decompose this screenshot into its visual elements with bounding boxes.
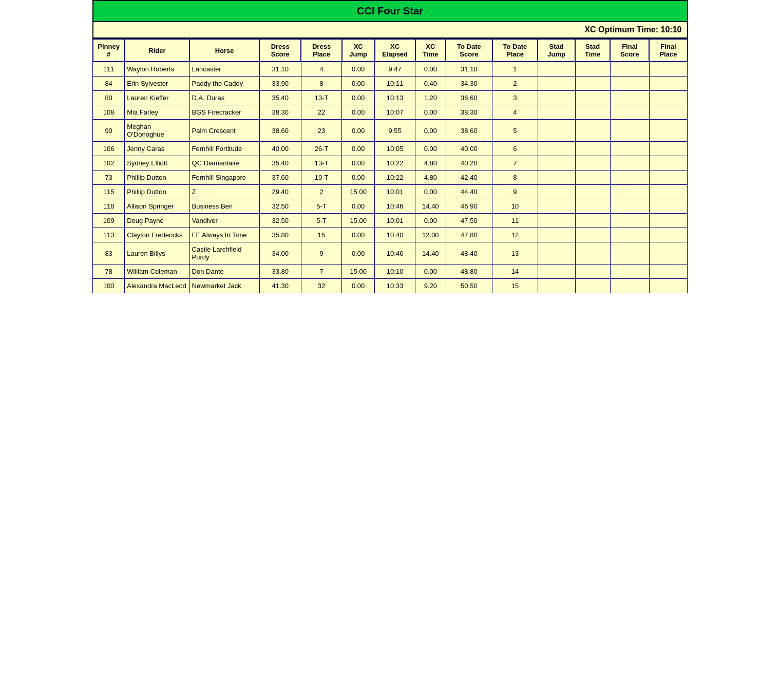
cell-rider: Phillip Dutton: [125, 171, 189, 185]
cell-stad-jump: [538, 156, 575, 171]
cell-dress-score: 32.50: [259, 199, 301, 214]
cell-horse: Vandiver: [189, 214, 259, 228]
cell-final-score: [610, 242, 649, 264]
cell-pinney: 118: [93, 199, 125, 214]
cell-xc-time: 0.00: [415, 185, 446, 199]
cell-final-score: [610, 228, 649, 242]
cell-to-date-place: 8: [492, 171, 538, 185]
table-row: 83Lauren BillysCastle Larchfield Purdy34…: [93, 242, 688, 264]
cell-stad-jump: [538, 171, 575, 185]
cell-xc-time: 14.40: [415, 199, 446, 214]
cell-xc-time: 0.00: [415, 142, 446, 156]
cell-to-date-score: 31.10: [446, 62, 492, 77]
cell-to-date-place: 12: [492, 228, 538, 242]
cell-rider: Mia Farley: [125, 105, 189, 120]
cell-xc-jump: 15.00: [342, 214, 375, 228]
cell-rider: Doug Payne: [125, 214, 189, 228]
cell-dress-score: 35.40: [259, 91, 301, 105]
table-body: 111Waylon RobertsLancaster31.1040.009:47…: [93, 62, 688, 293]
cell-xc-time: 14.40: [415, 242, 446, 264]
cell-stad-jump: [538, 199, 575, 214]
cell-to-date-place: 1: [492, 62, 538, 77]
cell-dress-score: 35.40: [259, 156, 301, 171]
cell-dress-place: 15: [301, 228, 341, 242]
col-final-score: Final Score: [610, 39, 649, 62]
cell-xc-jump: 0.00: [342, 228, 375, 242]
cell-horse: QC Diamantaire: [189, 156, 259, 171]
cell-dress-score: 38.30: [259, 105, 301, 120]
cell-to-date-place: 9: [492, 185, 538, 199]
cell-stad-jump: [538, 62, 575, 77]
table-row: 109Doug PayneVandiver32.505-T15.0010:010…: [93, 214, 688, 228]
cell-dress-place: 2: [301, 185, 341, 199]
cell-stad-jump: [538, 185, 575, 199]
cell-xc-elapsed: 10:05: [375, 142, 415, 156]
cell-dress-place: 19-T: [301, 171, 341, 185]
cell-final-score: [610, 279, 649, 293]
cell-dress-score: 38.60: [259, 120, 301, 142]
cell-final-place: [649, 171, 687, 185]
cell-horse: Fernhill Singapore: [189, 171, 259, 185]
cell-xc-jump: 15.00: [342, 264, 375, 279]
cell-dress-place: 8: [301, 77, 341, 91]
cell-xc-jump: 0.00: [342, 62, 375, 77]
cell-xc-jump: 0.00: [342, 105, 375, 120]
cell-xc-elapsed: 10:01: [375, 214, 415, 228]
cell-pinney: 115: [93, 185, 125, 199]
cell-rider: Jenny Caras: [125, 142, 189, 156]
table-row: 118Allison SpringerBusiness Ben32.505-T0…: [93, 199, 688, 214]
cell-to-date-score: 50.50: [446, 279, 492, 293]
col-xc-jump: XC Jump: [342, 39, 375, 62]
cell-dress-place: 5-T: [301, 214, 341, 228]
cell-pinney: 90: [93, 120, 125, 142]
table-row: 108Mia FarleyBGS Firecracker38.30220.001…: [93, 105, 688, 120]
xc-optimum-bar: XC Optimum Time: 10:10: [92, 22, 688, 39]
cell-final-score: [610, 185, 649, 199]
cell-xc-elapsed: 10:11: [375, 77, 415, 91]
cell-dress-place: 13-T: [301, 156, 341, 171]
cell-rider: Allison Springer: [125, 199, 189, 214]
cell-to-date-score: 34.30: [446, 77, 492, 91]
cell-stad-time: [575, 120, 610, 142]
cell-stad-jump: [538, 120, 575, 142]
cell-pinney: 111: [93, 62, 125, 77]
cell-dress-place: 32: [301, 279, 341, 293]
cell-xc-time: 4.80: [415, 156, 446, 171]
cell-xc-time: 0.00: [415, 105, 446, 120]
col-pinney: Pinney #: [93, 39, 125, 62]
cell-stad-jump: [538, 142, 575, 156]
cell-to-date-score: 46.90: [446, 199, 492, 214]
cell-xc-elapsed: 10:40: [375, 228, 415, 242]
table-row: 111Waylon RobertsLancaster31.1040.009:47…: [93, 62, 688, 77]
cell-final-place: [649, 242, 687, 264]
cell-final-score: [610, 91, 649, 105]
table-row: 80Lauren KiefferD.A. Duras35.4013-T0.001…: [93, 91, 688, 105]
cell-xc-elapsed: 10:46: [375, 199, 415, 214]
cell-to-date-place: 11: [492, 214, 538, 228]
cell-pinney: 113: [93, 228, 125, 242]
cell-to-date-score: 38.30: [446, 105, 492, 120]
col-stad-time: Stad Time: [575, 39, 610, 62]
table-row: 113Clayton FredericksFE Always In Time35…: [93, 228, 688, 242]
cell-stad-time: [575, 279, 610, 293]
cell-stad-time: [575, 62, 610, 77]
cell-rider: Lauren Billys: [125, 242, 189, 264]
cell-to-date-score: 44.40: [446, 185, 492, 199]
cell-dress-place: 26-T: [301, 142, 341, 156]
cell-final-score: [610, 264, 649, 279]
cell-stad-jump: [538, 105, 575, 120]
cell-rider: Sydney Elliott: [125, 156, 189, 171]
col-dress-score: Dress Score: [259, 39, 301, 62]
cell-xc-time: 0.40: [415, 77, 446, 91]
cell-horse: Newmarket Jack: [189, 279, 259, 293]
cell-final-score: [610, 62, 649, 77]
cell-stad-time: [575, 171, 610, 185]
cell-to-date-place: 3: [492, 91, 538, 105]
cell-horse: Palm Crescent: [189, 120, 259, 142]
cell-horse: D.A. Duras: [189, 91, 259, 105]
cell-to-date-place: 7: [492, 156, 538, 171]
cell-pinney: 80: [93, 91, 125, 105]
col-xc-elapsed: XC Elapsed: [375, 39, 415, 62]
cell-xc-jump: 0.00: [342, 120, 375, 142]
cell-pinney: 78: [93, 264, 125, 279]
